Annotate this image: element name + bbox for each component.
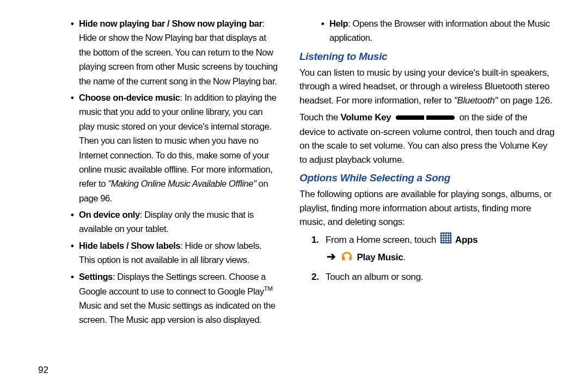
svg-rect-18 (449, 241, 450, 242)
svg-rect-11 (442, 238, 443, 240)
bullet-text: : In addition to playing the music that … (79, 93, 276, 188)
bullet-help: Help: Opens the Browser with information… (321, 16, 555, 45)
bullet-hide-now-playing: Hide now playing bar / Show now playing … (71, 16, 278, 88)
play-music-label: Play Music (357, 252, 403, 262)
bullet-text: : Hide or show the Now Playing bar that … (79, 19, 278, 86)
tm-mark: TM (264, 285, 273, 292)
page-number: 92 (38, 365, 48, 376)
svg-rect-4 (444, 234, 445, 235)
svg-rect-17 (446, 241, 448, 242)
svg-rect-13 (446, 238, 448, 240)
step-2: Touch an album or song. (311, 270, 555, 284)
svg-rect-10 (449, 236, 450, 237)
para-text: Touch the (299, 112, 340, 122)
apps-label: Apps (455, 235, 477, 245)
step-text: From a Home screen, touch (326, 235, 439, 245)
cross-ref-bluetooth: "Bluetooth" (454, 95, 500, 106)
svg-rect-6 (449, 234, 450, 235)
para-options: The following options are available for … (299, 187, 555, 229)
svg-rect-1 (424, 114, 426, 121)
bullet-hide-labels: Hide labels / Show labels: Hide or show … (71, 238, 278, 267)
bullet-on-device-only: On device only: Display only the music t… (71, 207, 278, 236)
bullet-bold: Hide now playing bar / Show now playing … (79, 19, 262, 28)
bullet-italic-ref: "Making Online Music Available Offline" (108, 179, 256, 188)
bullet-choose-on-device: Choose on-device music: In addition to p… (71, 90, 278, 205)
svg-rect-14 (449, 238, 450, 240)
svg-rect-9 (446, 236, 448, 237)
bullet-text: Music and set the Music settings as indi… (79, 301, 275, 324)
bullet-bold: Choose on-device music (79, 93, 180, 102)
svg-rect-8 (444, 236, 445, 237)
bullet-bold: Hide labels / Show labels (79, 241, 180, 250)
bullet-settings: Settings: Displays the Settings screen. … (71, 270, 278, 327)
bullet-bold: Help (329, 19, 348, 28)
heading-listening-to-music: Listening to Music (299, 51, 555, 63)
para-bold: Volume Key (340, 112, 391, 122)
apps-grid-icon (440, 232, 451, 248)
step-1: From a Home screen, touch Apps ➔ (311, 232, 555, 266)
svg-rect-15 (442, 241, 443, 242)
volume-key-icon (396, 111, 455, 125)
para-volume: Touch the Volume Key on the side of the … (299, 111, 555, 167)
heading-options-while-selecting: Options While Selecting a Song (299, 172, 555, 184)
svg-rect-5 (446, 234, 448, 235)
svg-rect-20 (342, 256, 345, 260)
play-music-icon (341, 250, 353, 266)
svg-rect-21 (349, 256, 352, 260)
svg-rect-3 (442, 234, 443, 235)
svg-rect-16 (444, 241, 445, 242)
svg-rect-12 (444, 238, 445, 240)
arrow-icon: ➔ (327, 250, 336, 262)
svg-rect-7 (442, 236, 443, 237)
para-listening: You can listen to music by using your de… (299, 66, 555, 108)
para-text: on page 126. (500, 95, 553, 106)
bullet-bold: On device only (79, 210, 140, 219)
bullet-bold: Settings (79, 272, 113, 281)
bullet-text: : Opens the Browser with information abo… (329, 19, 550, 42)
step-text: Touch an album or song. (326, 272, 423, 282)
step-end: . (403, 252, 405, 262)
